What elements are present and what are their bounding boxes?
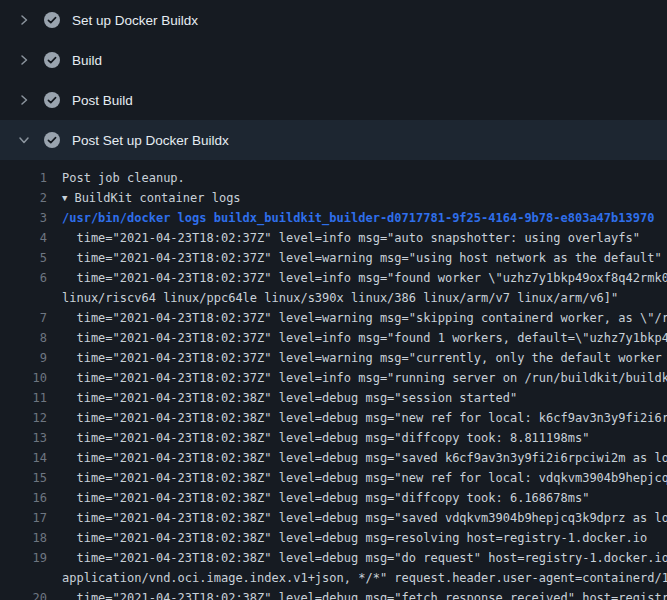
chevron-right-icon	[16, 52, 32, 68]
log-line-content: time="2021-04-23T18:02:37Z" level=info m…	[47, 228, 667, 248]
log-text: time="2021-04-23T18:02:38Z" level=debug …	[62, 511, 667, 525]
log-line-number[interactable]: 12	[0, 408, 47, 428]
log-text: /usr/bin/docker logs buildx_buildkit_bui…	[62, 211, 654, 225]
log-line: 11 time="2021-04-23T18:02:38Z" level=deb…	[0, 388, 667, 408]
workflow-log-panel: Set up Docker Buildx Build Post Build	[0, 0, 667, 600]
log-line-content: time="2021-04-23T18:02:37Z" level=info m…	[47, 328, 667, 348]
log-line-number[interactable]: 17	[0, 508, 47, 528]
log-line-number[interactable]: 1	[0, 168, 47, 188]
chevron-down-icon	[16, 132, 32, 148]
section-label: Set up Docker Buildx	[72, 13, 198, 28]
log-text: time="2021-04-23T18:02:38Z" level=debug …	[62, 551, 667, 565]
log-line: 10 time="2021-04-23T18:02:37Z" level=inf…	[0, 368, 667, 388]
log-line: 6 time="2021-04-23T18:02:37Z" level=info…	[0, 268, 667, 288]
log-text: time="2021-04-23T18:02:38Z" level=debug …	[62, 431, 589, 445]
section-post-build[interactable]: Post Build	[0, 80, 667, 120]
log-line: 16 time="2021-04-23T18:02:38Z" level=deb…	[0, 488, 667, 508]
log-line-number[interactable]: 15	[0, 468, 47, 488]
log-line: 2 ▼BuildKit container logs	[0, 188, 667, 208]
log-line: 8 time="2021-04-23T18:02:37Z" level=info…	[0, 328, 667, 348]
log-text: application/vnd.oci.image.index.v1+json,…	[62, 571, 667, 585]
log-line-content: time="2021-04-23T18:02:37Z" level=info m…	[47, 268, 667, 288]
log-line-content: /usr/bin/docker logs buildx_buildkit_bui…	[47, 208, 667, 228]
log-line-number[interactable]: 8	[0, 328, 47, 348]
section-set-up-docker-buildx[interactable]: Set up Docker Buildx	[0, 0, 667, 40]
section-label: Post Build	[72, 93, 133, 108]
log-text: time="2021-04-23T18:02:38Z" level=debug …	[62, 391, 517, 405]
log-line: 9 time="2021-04-23T18:02:37Z" level=warn…	[0, 348, 667, 368]
log-line-content: time="2021-04-23T18:02:38Z" level=debug …	[47, 488, 667, 508]
log-line: 15 time="2021-04-23T18:02:38Z" level=deb…	[0, 468, 667, 488]
log-line-content: time="2021-04-23T18:02:37Z" level=warnin…	[47, 248, 667, 268]
log-text: time="2021-04-23T18:02:38Z" level=debug …	[62, 411, 667, 425]
log-viewer: 1 Post job cleanup. 2 ▼BuildKit containe…	[0, 160, 667, 600]
log-group-toggle-icon[interactable]: ▼	[62, 193, 67, 203]
log-line-number[interactable]: 2	[0, 188, 47, 208]
log-line: linux/riscv64 linux/ppc64le linux/s390x …	[0, 288, 667, 308]
log-text: time="2021-04-23T18:02:37Z" level=info m…	[62, 231, 640, 245]
section-build[interactable]: Build	[0, 40, 667, 80]
chevron-right-icon	[16, 92, 32, 108]
log-text: BuildKit container logs	[74, 191, 240, 205]
log-line-number[interactable]: 3	[0, 208, 47, 228]
log-line-content: time="2021-04-23T18:02:38Z" level=debug …	[47, 528, 667, 548]
log-line: 3 /usr/bin/docker logs buildx_buildkit_b…	[0, 208, 667, 228]
log-text: time="2021-04-23T18:02:37Z" level=warnin…	[62, 251, 662, 265]
log-text: time="2021-04-23T18:02:38Z" level=debug …	[62, 451, 667, 465]
log-line-number[interactable]: 7	[0, 308, 47, 328]
log-text: time="2021-04-23T18:02:37Z" level=warnin…	[62, 311, 667, 325]
log-line-number[interactable]: 9	[0, 348, 47, 368]
section-label: Build	[72, 53, 102, 68]
log-line-number[interactable]: 16	[0, 488, 47, 508]
log-line-content: time="2021-04-23T18:02:38Z" level=debug …	[47, 548, 667, 568]
log-line: 7 time="2021-04-23T18:02:37Z" level=warn…	[0, 308, 667, 328]
log-line-content: ▼BuildKit container logs	[47, 188, 667, 208]
log-line-number[interactable]: 5	[0, 248, 47, 268]
log-line-content: time="2021-04-23T18:02:38Z" level=debug …	[47, 388, 667, 408]
log-line-content: application/vnd.oci.image.index.v1+json,…	[47, 568, 667, 588]
log-line-content: time="2021-04-23T18:02:37Z" level=info m…	[47, 368, 667, 388]
log-line-content: Post job cleanup.	[47, 168, 667, 188]
log-text: time="2021-04-23T18:02:37Z" level=warnin…	[62, 351, 667, 365]
log-line-content: time="2021-04-23T18:02:38Z" level=debug …	[47, 428, 667, 448]
log-text: time="2021-04-23T18:02:38Z" level=debug …	[62, 591, 667, 600]
log-line-content: time="2021-04-23T18:02:38Z" level=debug …	[47, 588, 667, 600]
log-line-number[interactable]: 10	[0, 368, 47, 388]
log-line: application/vnd.oci.image.index.v1+json,…	[0, 568, 667, 588]
log-line-number[interactable]: 14	[0, 448, 47, 468]
log-line-number[interactable]: 4	[0, 228, 47, 248]
log-text: time="2021-04-23T18:02:38Z" level=debug …	[62, 491, 589, 505]
chevron-right-icon	[16, 12, 32, 28]
log-line-content: linux/riscv64 linux/ppc64le linux/s390x …	[47, 288, 667, 308]
log-line-number[interactable]: 18	[0, 528, 47, 548]
log-line-content: time="2021-04-23T18:02:38Z" level=debug …	[47, 448, 667, 468]
log-line-number[interactable]: 20	[0, 588, 47, 600]
log-line: 13 time="2021-04-23T18:02:38Z" level=deb…	[0, 428, 667, 448]
log-line: 1 Post job cleanup.	[0, 168, 667, 188]
log-line-number[interactable]: 13	[0, 428, 47, 448]
check-circle-icon	[44, 132, 60, 148]
log-line: 12 time="2021-04-23T18:02:38Z" level=deb…	[0, 408, 667, 428]
log-line-content: time="2021-04-23T18:02:38Z" level=debug …	[47, 508, 667, 528]
log-line: 4 time="2021-04-23T18:02:37Z" level=info…	[0, 228, 667, 248]
check-circle-icon	[44, 52, 60, 68]
log-line-number[interactable]: 6	[0, 268, 47, 288]
log-line-content: time="2021-04-23T18:02:38Z" level=debug …	[47, 408, 667, 428]
section-post-set-up-docker-buildx[interactable]: Post Set up Docker Buildx	[0, 120, 667, 160]
log-line: 5 time="2021-04-23T18:02:37Z" level=warn…	[0, 248, 667, 268]
section-label: Post Set up Docker Buildx	[72, 133, 229, 148]
log-line-number[interactable]: 19	[0, 548, 47, 568]
log-line: 20 time="2021-04-23T18:02:38Z" level=deb…	[0, 588, 667, 600]
log-line-number[interactable]	[0, 288, 47, 308]
log-line: 18 time="2021-04-23T18:02:38Z" level=deb…	[0, 528, 667, 548]
log-line-number[interactable]: 11	[0, 388, 47, 408]
log-line-content: time="2021-04-23T18:02:37Z" level=warnin…	[47, 308, 667, 328]
log-text: Post job cleanup.	[62, 171, 185, 185]
log-text: time="2021-04-23T18:02:37Z" level=info m…	[62, 271, 667, 285]
log-line: 19 time="2021-04-23T18:02:38Z" level=deb…	[0, 548, 667, 568]
log-line-number[interactable]	[0, 568, 47, 588]
log-line-content: time="2021-04-23T18:02:38Z" level=debug …	[47, 468, 667, 488]
log-line: 17 time="2021-04-23T18:02:38Z" level=deb…	[0, 508, 667, 528]
log-line-content: time="2021-04-23T18:02:37Z" level=warnin…	[47, 348, 667, 368]
step-list: Set up Docker Buildx Build Post Build	[0, 0, 667, 160]
